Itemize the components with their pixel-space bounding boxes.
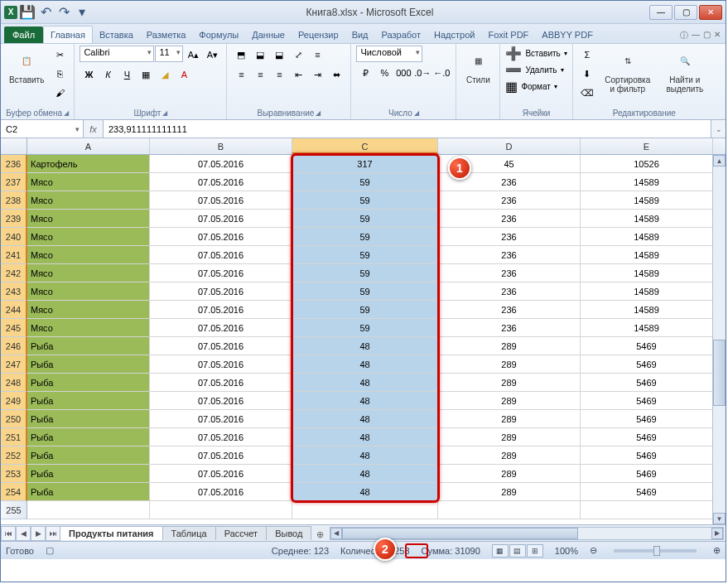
close-button[interactable]: ✕: [699, 5, 722, 20]
sheet-nav-last[interactable]: ⏭: [46, 526, 60, 541]
cell[interactable]: 236: [438, 191, 581, 210]
tab-developer[interactable]: Разработ: [375, 27, 427, 43]
sheet-tab-2[interactable]: Рассчет: [215, 526, 268, 540]
new-sheet-button[interactable]: ⊕: [311, 529, 328, 540]
cell[interactable]: 07.05.2016: [150, 465, 292, 483]
italic-button[interactable]: К: [99, 65, 117, 84]
qat-redo-button[interactable]: ↷: [55, 4, 72, 21]
font-name-combo[interactable]: Calibri: [80, 46, 154, 62]
cell[interactable]: 236: [438, 210, 581, 228]
formula-expand-button[interactable]: ⌄: [711, 120, 726, 138]
cell[interactable]: Мясо: [27, 173, 150, 191]
sheet-nav-first[interactable]: ⏮: [1, 526, 16, 541]
cell[interactable]: 07.05.2016: [150, 173, 292, 191]
cell[interactable]: 236: [438, 246, 581, 264]
cell[interactable]: Мясо: [27, 210, 150, 228]
clear-button[interactable]: ⌫: [578, 84, 596, 102]
cell[interactable]: Рыба: [27, 337, 150, 355]
row-header[interactable]: 241: [1, 246, 27, 264]
cell[interactable]: 07.05.2016: [150, 319, 292, 337]
cell[interactable]: 59: [292, 301, 438, 319]
row-header[interactable]: 248: [1, 374, 27, 392]
vertical-scrollbar[interactable]: ▲ ▼: [712, 155, 726, 524]
fx-button[interactable]: fx: [84, 120, 104, 138]
cell[interactable]: 5469: [581, 446, 713, 465]
grow-font-button[interactable]: A▴: [184, 46, 202, 64]
help-button[interactable]: ⓘ: [680, 30, 688, 41]
copy-button[interactable]: ⎘: [51, 65, 69, 83]
cell[interactable]: Рыба: [27, 483, 150, 501]
cell[interactable]: 236: [438, 228, 581, 246]
cell[interactable]: 48: [292, 446, 438, 465]
cell[interactable]: 289: [438, 483, 581, 501]
tab-home[interactable]: Главная: [43, 26, 93, 43]
row-header[interactable]: 254: [1, 483, 27, 501]
sheet-tab-1[interactable]: Таблица: [162, 526, 216, 540]
cell[interactable]: Мясо: [27, 246, 150, 264]
delete-cells-button[interactable]: Удалить: [525, 65, 557, 75]
align-middle-button[interactable]: ⬓: [251, 46, 269, 64]
cell[interactable]: 5469: [581, 428, 713, 446]
sheet-nav-prev[interactable]: ◀: [16, 526, 31, 541]
orientation-button[interactable]: ⤢: [289, 46, 307, 64]
tab-view[interactable]: Вид: [345, 27, 375, 43]
zoom-slider[interactable]: [614, 549, 697, 553]
comma-button[interactable]: 000: [394, 64, 412, 82]
cell[interactable]: 59: [292, 319, 438, 337]
cell[interactable]: 289: [438, 374, 581, 392]
sort-filter-button[interactable]: ⇅ Сортировка и фильтр: [600, 46, 656, 95]
row-header[interactable]: 251: [1, 428, 27, 446]
mdi-close[interactable]: ✕: [714, 30, 721, 41]
currency-button[interactable]: ₽: [356, 64, 374, 82]
cell[interactable]: 5469: [581, 392, 713, 410]
paste-button[interactable]: 📋 Вставить: [6, 46, 47, 86]
cut-button[interactable]: ✂: [51, 46, 69, 64]
underline-button[interactable]: Ч: [118, 65, 136, 84]
cell[interactable]: Рыба: [27, 374, 150, 392]
select-all-corner[interactable]: [1, 138, 27, 154]
number-format-combo[interactable]: Числовой: [356, 46, 422, 62]
cell[interactable]: 07.05.2016: [150, 410, 292, 428]
increase-decimal-button[interactable]: .0→: [413, 64, 431, 82]
align-center-button[interactable]: ≡: [251, 65, 269, 84]
cell[interactable]: 48: [292, 337, 438, 355]
view-layout-button[interactable]: ▤: [509, 544, 526, 557]
cell[interactable]: 07.05.2016: [150, 301, 292, 319]
row-header[interactable]: 249: [1, 392, 27, 410]
cell[interactable]: Картофель: [27, 155, 150, 173]
cell[interactable]: Рыба: [27, 465, 150, 483]
zoom-thumb[interactable]: [653, 546, 660, 556]
tab-layout[interactable]: Разметка: [140, 27, 193, 43]
cell[interactable]: Мясо: [27, 319, 150, 337]
cell[interactable]: 48: [292, 428, 438, 446]
cell[interactable]: 10526: [581, 155, 713, 173]
cell[interactable]: 59: [292, 210, 438, 228]
cell[interactable]: 07.05.2016: [150, 428, 292, 446]
scroll-down-button[interactable]: ▼: [713, 513, 726, 524]
zoom-level[interactable]: 100%: [555, 546, 578, 556]
row-header[interactable]: 250: [1, 410, 27, 428]
scroll-up-button[interactable]: ▲: [713, 155, 726, 167]
decrease-indent-button[interactable]: ⇤: [289, 65, 307, 84]
font-size-combo[interactable]: 11: [155, 46, 183, 62]
col-header-a[interactable]: A: [27, 138, 150, 154]
cell[interactable]: 07.05.2016: [150, 337, 292, 355]
cell[interactable]: 07.05.2016: [150, 355, 292, 374]
cell[interactable]: [27, 501, 150, 519]
cell[interactable]: 14589: [581, 282, 713, 301]
cell[interactable]: 59: [292, 228, 438, 246]
tab-addins[interactable]: Надстрой: [427, 27, 481, 43]
fill-color-button[interactable]: ◢: [156, 65, 174, 84]
format-cells-button[interactable]: Формат: [521, 82, 551, 91]
row-header[interactable]: 242: [1, 264, 27, 282]
cell[interactable]: 48: [292, 392, 438, 410]
tab-foxit[interactable]: Foxit PDF: [481, 27, 535, 43]
align-bottom-button[interactable]: ⬓: [270, 46, 288, 64]
number-launcher[interactable]: ◢: [414, 109, 419, 117]
sheet-nav-next[interactable]: ▶: [31, 526, 46, 541]
col-header-c[interactable]: C: [292, 138, 438, 154]
row-header[interactable]: 253: [1, 465, 27, 483]
formula-input[interactable]: 233,911111111111: [104, 120, 711, 138]
row-header[interactable]: 237: [1, 173, 27, 191]
name-box[interactable]: C2: [1, 120, 84, 138]
